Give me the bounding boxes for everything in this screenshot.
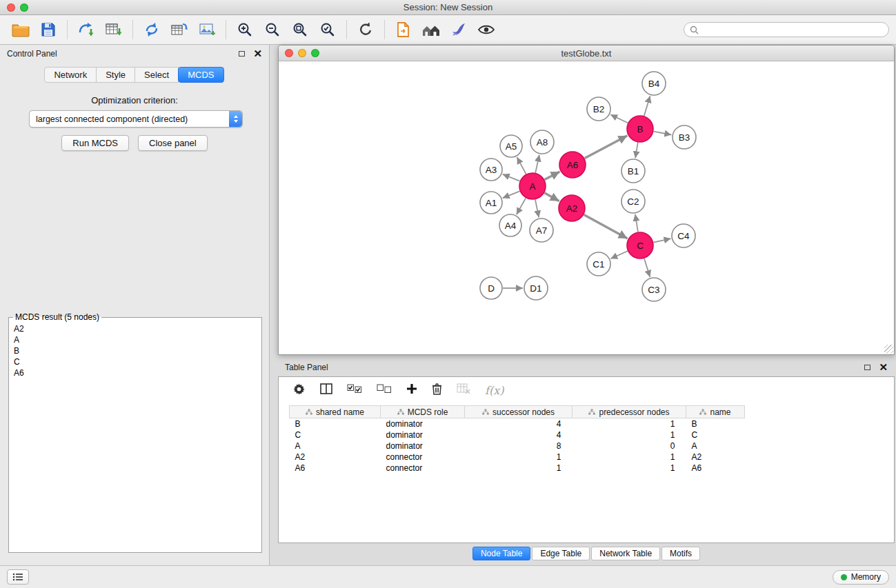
node-A7[interactable]: A7	[530, 219, 553, 242]
tab-network-table[interactable]: Network Table	[591, 547, 660, 560]
table-row-A6[interactable]: A6connector11A6	[290, 463, 745, 474]
edge-C-C1[interactable]	[610, 251, 628, 258]
mcds-result-item-A2[interactable]: A2	[12, 323, 259, 334]
close-panel-button[interactable]: Close panel	[138, 135, 208, 151]
close-window-button[interactable]	[7, 3, 15, 12]
zoom-in-button[interactable]	[231, 17, 259, 42]
search-input[interactable]	[703, 25, 883, 34]
column-header-name[interactable]: name	[686, 406, 745, 418]
edge-A-A4[interactable]	[517, 198, 526, 214]
tab-network[interactable]: Network	[44, 67, 97, 83]
node-A[interactable]: A	[519, 173, 546, 199]
run-mcds-button[interactable]: Run MCDS	[61, 135, 129, 151]
open-file-button[interactable]	[7, 17, 34, 42]
node-A3[interactable]: A3	[480, 159, 502, 181]
table-row-C[interactable]: Cdominator41C	[290, 429, 745, 440]
node-C[interactable]: C	[627, 232, 653, 258]
export-image-button[interactable]	[193, 17, 221, 42]
node-B4[interactable]: B4	[642, 72, 666, 95]
delete-table-button[interactable]	[457, 383, 470, 397]
zoom-out-button[interactable]	[259, 17, 286, 42]
tab-mcds[interactable]: MCDS	[178, 67, 223, 83]
node-A1[interactable]: A1	[480, 192, 502, 214]
apply-style-button[interactable]	[445, 17, 472, 42]
network-canvas[interactable]: B4B2BB3A5A8A6B1A3AC2A1A2A4A7C4CC1C3DD1	[279, 61, 894, 354]
zoom-selected-button[interactable]	[314, 17, 341, 42]
network-close-button[interactable]	[285, 49, 293, 57]
open-document-button[interactable]	[390, 17, 417, 42]
edge-B-B3[interactable]	[654, 132, 672, 135]
node-A6[interactable]: A6	[559, 152, 586, 178]
edge-A2-C[interactable]	[584, 215, 628, 239]
tab-motifs[interactable]: Motifs	[661, 547, 700, 560]
table-row-A[interactable]: Adominator80A	[290, 440, 745, 452]
column-header-MCDS-role[interactable]: MCDS role	[381, 406, 465, 418]
show-graphics-button[interactable]	[472, 17, 500, 42]
task-history-button[interactable]	[7, 569, 29, 585]
column-header-shared-name[interactable]: shared name	[290, 406, 381, 418]
edge-A-A5[interactable]	[517, 157, 526, 174]
control-panel-close-button[interactable]: ✕	[253, 50, 262, 57]
tab-node-table[interactable]: Node Table	[472, 547, 531, 560]
edge-A-A3[interactable]	[503, 174, 520, 181]
select-all-button[interactable]	[347, 384, 362, 396]
edge-C-C4[interactable]	[654, 239, 671, 243]
network-table-button[interactable]	[166, 17, 193, 42]
node-A5[interactable]: A5	[500, 135, 522, 157]
table-settings-button[interactable]	[292, 383, 306, 398]
column-header-successor-nodes[interactable]: successor nodes	[465, 406, 573, 418]
tab-edge-table[interactable]: Edge Table	[532, 547, 590, 560]
create-column-button[interactable]	[406, 383, 417, 397]
node-D1[interactable]: D1	[524, 276, 548, 300]
node-A4[interactable]: A4	[499, 214, 521, 236]
mcds-result-item-A6[interactable]: A6	[12, 367, 259, 378]
zoom-window-button[interactable]	[20, 3, 28, 12]
edge-A-A8[interactable]	[535, 155, 539, 173]
mcds-result-item-A[interactable]: A	[12, 334, 259, 345]
node-C2[interactable]: C2	[621, 190, 645, 213]
delete-column-button[interactable]	[432, 383, 442, 398]
node-C4[interactable]: C4	[672, 224, 695, 247]
criterion-dropdown[interactable]: largest connected component (directed)	[29, 110, 243, 128]
save-session-button[interactable]	[34, 17, 62, 42]
table-row-B[interactable]: Bdominator41B	[290, 418, 745, 429]
show-columns-button[interactable]	[320, 383, 332, 397]
node-C1[interactable]: C1	[587, 252, 610, 276]
table-panel-float-button[interactable]	[864, 365, 870, 370]
edge-A-A7[interactable]	[535, 200, 539, 218]
node-B2[interactable]: B2	[587, 97, 610, 121]
edge-B-B1[interactable]	[635, 143, 638, 159]
edge-A-A1[interactable]	[503, 191, 520, 198]
network-zoom-button[interactable]	[311, 49, 319, 57]
function-builder-button[interactable]: f(x)	[485, 384, 504, 397]
tab-style[interactable]: Style	[96, 67, 135, 83]
edge-A-A6[interactable]	[545, 172, 560, 180]
node-B1[interactable]: B1	[621, 159, 645, 183]
new-network-button[interactable]	[138, 17, 166, 42]
network-minimize-button[interactable]	[298, 49, 306, 57]
refresh-button[interactable]	[352, 17, 379, 42]
search-field[interactable]	[684, 22, 889, 37]
control-panel-float-button[interactable]	[239, 51, 245, 57]
column-header-predecessor-nodes[interactable]: predecessor nodes	[573, 406, 686, 418]
node-A2[interactable]: A2	[559, 195, 585, 221]
memory-button[interactable]: Memory	[833, 570, 889, 585]
node-B3[interactable]: B3	[673, 125, 696, 149]
node-A8[interactable]: A8	[530, 130, 554, 154]
tab-select[interactable]: Select	[135, 67, 179, 83]
node-D[interactable]: D	[480, 277, 502, 299]
home-button[interactable]	[417, 17, 445, 42]
edge-C-C2[interactable]	[635, 214, 638, 232]
edge-B-B2[interactable]	[610, 114, 628, 123]
import-network-button[interactable]	[72, 17, 100, 42]
zoom-fit-button[interactable]	[286, 17, 314, 42]
node-C3[interactable]: C3	[642, 278, 666, 301]
import-table-button[interactable]	[100, 17, 128, 42]
edge-A-A2[interactable]	[544, 193, 559, 201]
edge-B-B4[interactable]	[644, 96, 650, 116]
edge-C-C3[interactable]	[644, 258, 650, 277]
resize-grip[interactable]	[884, 345, 893, 354]
edge-A6-B[interactable]	[585, 136, 628, 159]
table-row-A2[interactable]: A2connector11A2	[290, 452, 745, 463]
node-B[interactable]: B	[627, 116, 653, 142]
